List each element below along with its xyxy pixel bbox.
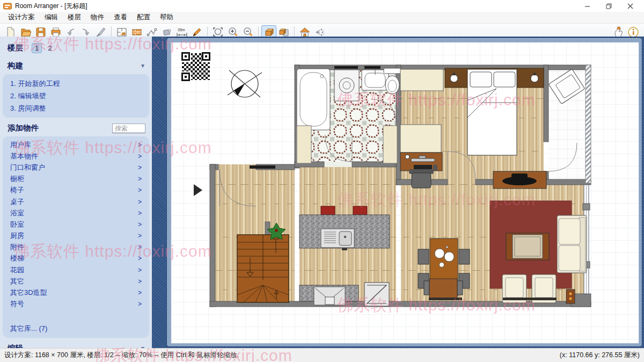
category-bathroom[interactable]: 浴室> xyxy=(7,207,145,219)
qr-code xyxy=(181,52,211,81)
floors-row: 楼层 1 2 xyxy=(0,37,152,56)
wardrobe[interactable] xyxy=(400,125,441,153)
tv-stand[interactable] xyxy=(493,171,546,189)
cursor-arrow xyxy=(194,184,202,196)
menu-bar: 设计方案 编辑 楼层 物件 查看 配置 帮助 xyxy=(0,12,644,24)
category-symbols[interactable]: 符号> xyxy=(7,299,145,310)
edit-title: 编辑 xyxy=(8,343,23,348)
category-tables[interactable]: 桌子> xyxy=(7,196,145,207)
category-cabinets[interactable]: 橱柜> xyxy=(7,173,145,185)
compass-icon[interactable] xyxy=(228,70,262,97)
build-step-edit-walls[interactable]: 2. 编辑墙壁 xyxy=(8,90,144,102)
chevron-right-icon: > xyxy=(138,278,142,285)
category-chairs[interactable]: 椅子> xyxy=(7,185,145,196)
floor-plan-page[interactable] xyxy=(171,42,639,343)
menu-objects[interactable]: 物件 xyxy=(86,12,109,23)
svg-text:35m: 35m xyxy=(178,28,185,32)
category-user-library[interactable]: 用户库> xyxy=(7,139,145,150)
staircase[interactable] xyxy=(237,235,289,302)
add-objects-header: 添加物件 xyxy=(0,119,152,135)
category-basic-objects[interactable]: 基本物件> xyxy=(7,150,145,162)
menu-help[interactable]: 帮助 xyxy=(155,12,178,23)
page-frame xyxy=(166,38,642,347)
menu-config[interactable]: 配置 xyxy=(132,12,155,23)
category-garden[interactable]: 花园> xyxy=(7,264,145,276)
title-bar: Room Arranger - [无标题] xyxy=(0,0,644,12)
build-section-header[interactable]: 构建 ▼ xyxy=(0,56,152,73)
chevron-right-icon: > xyxy=(138,289,142,296)
bar-stool[interactable] xyxy=(321,206,335,215)
cabinet[interactable] xyxy=(383,126,397,163)
chevron-right-icon: > xyxy=(138,175,142,183)
chevron-right-icon: > xyxy=(138,243,142,251)
category-other-3d[interactable]: 其它3D造型> xyxy=(7,287,145,298)
floor-mat[interactable] xyxy=(429,298,462,300)
status-coordinates: (x: 1170.66 y: 276.55 厘米) xyxy=(560,351,640,360)
chevron-right-icon: > xyxy=(138,255,142,262)
build-step-adjust-rooms[interactable]: 3. 房间调整 xyxy=(8,102,144,114)
coffee-table[interactable] xyxy=(506,233,549,260)
add-objects-title: 添加物件 xyxy=(8,123,39,133)
close-icon xyxy=(627,3,633,9)
dining-chair[interactable] xyxy=(459,249,470,264)
build-title: 构建 xyxy=(8,61,23,71)
menu-design[interactable]: 设计方案 xyxy=(3,12,40,23)
category-doors-windows[interactable]: 门口和窗户> xyxy=(7,162,145,173)
restore-button[interactable] xyxy=(598,0,619,12)
chevron-right-icon: > xyxy=(138,300,142,308)
chevron-right-icon: > xyxy=(138,164,142,171)
restore-icon xyxy=(606,3,612,9)
category-kitchen[interactable]: 厨房> xyxy=(7,230,145,242)
canvas-area[interactable] xyxy=(152,37,644,348)
sidebar: 楼层 1 2 构建 ▼ 1. 开始新的工程 2. 编辑墙壁 3. 房间调整 添加… xyxy=(0,37,152,348)
category-stairs[interactable]: 楼梯> xyxy=(7,253,145,264)
floors-label: 楼层 xyxy=(8,43,23,53)
doormat[interactable] xyxy=(250,165,275,169)
category-panel: 用户库> 基本物件> 门口和窗户> 橱柜> 椅子> 桌子> 浴室> 卧室> 厨房… xyxy=(3,136,149,338)
status-left: 设计方案: 1168 × 700 厘米, 楼层: 1/2 -- 缩放: 70% … xyxy=(4,351,239,360)
balcony-window-wall[interactable] xyxy=(586,65,591,183)
chevron-right-icon: > xyxy=(138,266,142,274)
close-button[interactable] xyxy=(619,0,641,12)
menu-edit[interactable]: 编辑 xyxy=(40,12,63,23)
category-bedroom[interactable]: 卧室> xyxy=(7,219,145,230)
log-basket[interactable] xyxy=(566,289,575,303)
chevron-right-icon: > xyxy=(138,141,142,149)
chevron-right-icon: > xyxy=(138,153,142,160)
door-gap xyxy=(324,162,352,167)
chevron-right-icon: > xyxy=(138,209,142,217)
category-accessories[interactable]: 附件> xyxy=(7,242,145,253)
wardrobe[interactable] xyxy=(400,69,443,91)
washing-machine[interactable] xyxy=(334,70,359,101)
chevron-right-icon: > xyxy=(138,186,142,194)
status-bar: 设计方案: 1168 × 700 厘米, 楼层: 1/2 -- 缩放: 70% … xyxy=(0,348,644,362)
window-title: Room Arranger - [无标题] xyxy=(15,2,87,11)
dining-chair[interactable] xyxy=(418,249,429,264)
bar-stool[interactable] xyxy=(353,206,367,215)
head-chair[interactable] xyxy=(429,279,457,298)
build-panel: 1. 开始新的工程 2. 编辑墙壁 3. 房间调整 xyxy=(3,74,149,118)
chevron-right-icon: > xyxy=(138,198,142,206)
door-gap xyxy=(448,179,475,185)
menu-view[interactable]: 查看 xyxy=(109,12,132,23)
cabinet[interactable] xyxy=(297,126,311,163)
more-libraries-link[interactable]: 其它库... (7) xyxy=(7,310,145,336)
floor-mat[interactable] xyxy=(503,298,557,300)
edit-section-header[interactable]: 编辑 ▼ xyxy=(0,339,152,348)
build-step-new-project[interactable]: 1. 开始新的工程 xyxy=(8,77,144,90)
floor-tab-2[interactable]: 2 xyxy=(45,44,55,53)
toilet[interactable] xyxy=(384,68,401,74)
category-other[interactable]: 其它> xyxy=(7,276,145,287)
floor-plan-canvas[interactable] xyxy=(171,42,639,343)
chevron-right-icon: > xyxy=(138,232,142,240)
chevron-right-icon: > xyxy=(138,221,142,228)
menu-floors[interactable]: 楼层 xyxy=(63,12,86,23)
search-input[interactable] xyxy=(112,124,145,133)
floor-tab-1[interactable]: 1 xyxy=(32,43,42,53)
app-logo-icon xyxy=(3,3,12,10)
build-collapse-icon[interactable]: ▼ xyxy=(140,63,145,69)
minimize-button[interactable] xyxy=(576,0,598,12)
sofa[interactable] xyxy=(557,215,587,273)
minimize-icon xyxy=(584,3,590,9)
